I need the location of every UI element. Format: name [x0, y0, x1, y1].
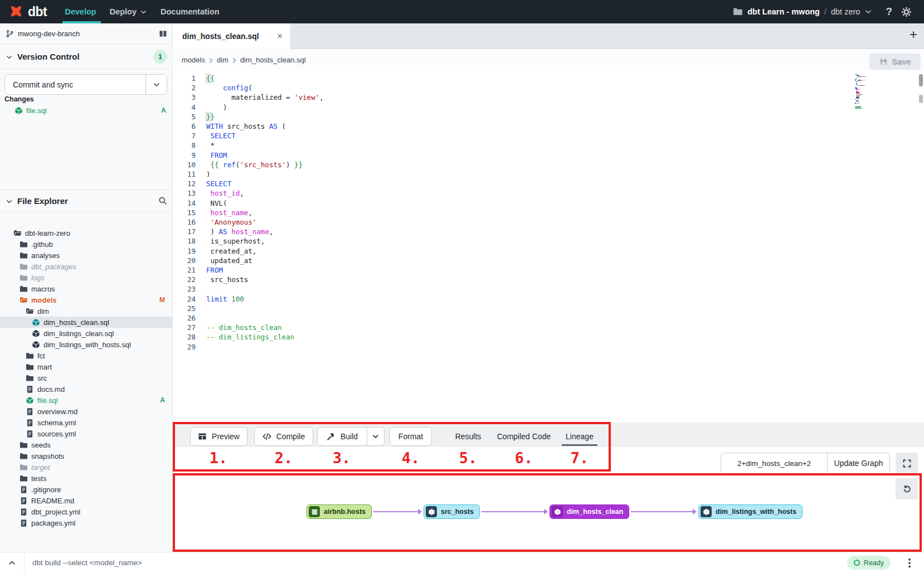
split-panes-icon[interactable]	[159, 30, 167, 38]
tree-item-dim[interactable]: dim	[0, 305, 173, 317]
tree-item-logs[interactable]: logs	[0, 272, 173, 283]
command-input[interactable]: dbt build --select <model_name>	[25, 559, 847, 567]
lineage-node-airbnb-hosts[interactable]: airbnb.hosts	[307, 504, 372, 519]
line-number: 6	[173, 122, 196, 131]
dbt-logo[interactable]: dbt	[0, 3, 57, 20]
close-tab-icon[interactable]: ×	[277, 31, 283, 42]
preview-button[interactable]: Preview	[190, 427, 247, 446]
tree-item-overview-md[interactable]: overview.md	[0, 406, 173, 417]
tree-item-analyses[interactable]: analyses	[0, 250, 173, 261]
build-button-group: Build	[317, 427, 385, 446]
code-line: materialized = 'view',	[206, 93, 324, 102]
changed-file-item[interactable]: file.sql A	[0, 105, 173, 116]
tree-item-dim-hosts-clean-sql[interactable]: dim_hosts_clean.sql	[0, 317, 173, 328]
lineage-node-dim-listings-with-hosts[interactable]: dim_listings_with_hosts	[698, 504, 803, 519]
folder-icon	[20, 251, 28, 260]
tab-dim-hosts-clean[interactable]: dim_hosts_clean.sql ×	[173, 23, 290, 49]
line-number: 10	[173, 160, 196, 169]
line-number: 3	[173, 93, 196, 102]
fullscreen-button[interactable]	[896, 453, 918, 474]
format-button[interactable]: Format	[390, 427, 432, 446]
tree-item--gitignore[interactable]: .gitignore	[0, 484, 173, 495]
lineage-selector-group: 2+dim_hosts_clean+2 Update Graph	[721, 453, 890, 474]
tree-item-docs-md[interactable]: docs.md	[0, 383, 173, 395]
code-line: host_name,	[206, 208, 252, 217]
search-icon[interactable]	[158, 196, 167, 205]
line-number: 25	[173, 304, 196, 313]
compile-button[interactable]: Compile	[254, 427, 313, 446]
cube-icon	[26, 396, 34, 405]
tree-item-tests[interactable]: tests	[0, 473, 173, 484]
save-button[interactable]: Save	[869, 54, 921, 70]
new-tab-button[interactable]: +	[910, 28, 917, 41]
source-icon	[309, 506, 320, 517]
tree-item-src[interactable]: src	[0, 372, 173, 383]
tree-item-label: packages.yml	[31, 519, 165, 527]
node-label: dim_hosts_clean	[567, 508, 623, 516]
tree-item-dim-listings-clean-sql[interactable]: dim_listings_clean.sql	[0, 328, 173, 339]
update-graph-button[interactable]: Update Graph	[827, 453, 889, 473]
tree-item-dbt-learn-zero[interactable]: dbt-learn-zero	[0, 227, 173, 239]
tree-item-models[interactable]: modelsM	[0, 294, 173, 305]
line-number: 22	[173, 275, 196, 284]
build-button[interactable]: Build	[318, 428, 367, 445]
breadcrumb-item[interactable]: models	[182, 56, 205, 64]
tree-item-packages-yml[interactable]: packages.yml	[0, 517, 173, 528]
file-explorer-header[interactable]: File Explorer	[0, 190, 173, 212]
lineage-node-src-hosts[interactable]: src_hosts	[424, 504, 480, 519]
nav-item-label: Deploy	[110, 7, 137, 16]
kebab-menu-icon[interactable]	[904, 557, 915, 569]
tree-item-label: docs.md	[37, 385, 165, 394]
tree-item-seeds[interactable]: seeds	[0, 439, 173, 450]
tree-item-fct[interactable]: fct	[0, 350, 173, 361]
status-text: Ready	[864, 559, 884, 567]
project-selector[interactable]: dbt Learn - mwong / dbt zero	[733, 7, 872, 17]
branch-selector[interactable]: mwong-dev-branch	[0, 23, 173, 45]
build-options-chevron[interactable]	[367, 428, 384, 445]
nav-item-deploy[interactable]: Deploy	[110, 0, 161, 23]
line-number: 19	[173, 246, 196, 256]
tree-item-snapshots[interactable]: snapshots	[0, 450, 173, 462]
added-badge: A	[161, 106, 166, 114]
tree-item-sources-yml[interactable]: sources.yml	[0, 428, 173, 439]
lineage-selector-input[interactable]: 2+dim_hosts_clean+2	[721, 453, 827, 473]
tree-item-dbt-project-yml[interactable]: dbt_project.yml	[0, 506, 173, 517]
panel-tab-lineage[interactable]: Lineage	[566, 429, 594, 444]
tree-item-target[interactable]: target	[0, 462, 173, 473]
folder-open-icon	[20, 296, 28, 304]
commit-options-chevron[interactable]	[145, 75, 167, 94]
top-nav: dbt DevelopDeployDocumentation dbt Learn…	[0, 0, 924, 23]
tree-item-readme-md[interactable]: README.md	[0, 495, 173, 506]
version-control-header[interactable]: Version Control 1	[0, 45, 173, 69]
panel-tab-results[interactable]: Results	[455, 429, 482, 444]
tree-item-macros[interactable]: macros	[0, 283, 173, 294]
tree-item-dbt-packages[interactable]: dbt_packages	[0, 261, 173, 272]
panel-tab-compiled-code[interactable]: Compiled Code	[497, 429, 551, 444]
folder-icon	[20, 474, 28, 483]
line-number: 7	[173, 131, 196, 140]
nav-item-develop[interactable]: Develop	[65, 0, 109, 23]
lineage-node-dim-hosts-clean[interactable]: dim_hosts_clean	[549, 504, 629, 519]
collapse-command-bar-button[interactable]	[0, 552, 25, 573]
help-button[interactable]: ?	[886, 6, 892, 18]
breadcrumb-item[interactable]: dim_hosts_clean.sql	[240, 56, 306, 64]
minimap[interactable]	[855, 74, 870, 110]
tree-item-label: mart	[37, 363, 165, 371]
commit-and-sync-button[interactable]: Commit and sync	[4, 74, 167, 95]
folder-open-icon	[26, 307, 34, 315]
tree-item-mart[interactable]: mart	[0, 361, 173, 372]
gear-icon[interactable]	[901, 7, 912, 17]
tree-item-schema-yml[interactable]: schema.yml	[0, 417, 173, 428]
nav-item-documentation[interactable]: Documentation	[161, 0, 233, 23]
tree-item-label: dbt_project.yml	[31, 508, 165, 516]
code-editor[interactable]: 1{{2 config(3 materialized = 'view',4 )5…	[173, 70, 924, 423]
tree-item-label: snapshots	[31, 452, 165, 460]
scrollbar-thumb[interactable]	[919, 74, 923, 86]
editor-scrollbar[interactable]	[919, 70, 923, 423]
breadcrumb-item[interactable]: dim	[217, 56, 228, 64]
tree-item--github[interactable]: .github	[0, 239, 173, 250]
line-number: 12	[173, 179, 196, 188]
reset-view-button[interactable]	[896, 478, 918, 499]
tree-item-file-sql[interactable]: file.sqlA	[0, 395, 173, 406]
tree-item-dim-listings-with-hosts-sql[interactable]: dim_listings_with_hosts.sql	[0, 339, 173, 350]
